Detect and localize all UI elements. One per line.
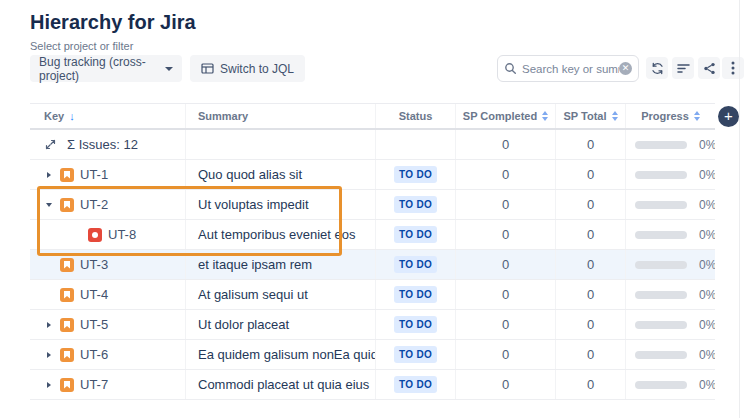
status-badge[interactable]: TO DO	[394, 286, 437, 303]
bug-icon	[88, 228, 102, 242]
issue-summary[interactable]: At galisum sequi ut	[185, 280, 375, 309]
jql-icon	[201, 62, 214, 75]
table-row[interactable]: UT-6 Ea quidem galisum nonEa quidem gali…	[30, 340, 715, 370]
sp-completed-value: 0	[455, 340, 555, 369]
sp-total-value: 0	[555, 220, 625, 249]
progress-value: 0%	[699, 138, 715, 152]
progress-bar	[635, 261, 687, 269]
switch-to-jql-button[interactable]: Switch to JQL	[190, 55, 305, 82]
table-row[interactable]: UT-1 Quo quod alias sit TO DO 0 0 0%	[30, 160, 715, 190]
progress-value: 0%	[699, 318, 715, 332]
table-body: UT-1 Quo quod alias sit TO DO 0 0 0% UT-…	[30, 160, 715, 400]
issue-summary[interactable]: et itaque ipsam rem	[185, 250, 375, 279]
column-header-summary[interactable]: Summary	[185, 104, 375, 128]
switch-to-jql-label: Switch to JQL	[220, 62, 294, 76]
issue-key[interactable]: UT-5	[80, 317, 108, 332]
issue-key[interactable]: UT-3	[80, 257, 108, 272]
task-type-icon	[60, 318, 74, 332]
issues-count-label: Σ Issues: 12	[67, 137, 138, 152]
column-header-sp-completed[interactable]: SP Completed	[455, 104, 555, 128]
task-type-icon	[60, 168, 74, 182]
project-filter-value: Bug tracking (cross-project)	[39, 55, 159, 83]
clear-search-icon[interactable]: ✕	[619, 62, 632, 75]
expand-all-icon[interactable]	[45, 139, 56, 150]
issue-summary[interactable]: Aut temporibus eveniet eos	[185, 220, 375, 249]
column-header-sp-total[interactable]: SP Total	[555, 104, 625, 128]
progress-value: 0%	[699, 168, 715, 182]
status-badge[interactable]: TO DO	[394, 196, 437, 213]
search-input[interactable]	[522, 63, 619, 75]
sort-desc-arrow-icon: ↓	[69, 110, 75, 122]
table-row[interactable]: UT-7 Commodi placeat ut quia eius TO DO …	[30, 370, 715, 400]
issue-summary[interactable]: Commodi placeat ut quia eius	[185, 370, 375, 399]
sp-total-value: 0	[555, 160, 625, 189]
sp-completed-value: 0	[455, 370, 555, 399]
sp-total-value: 0	[555, 280, 625, 309]
status-badge[interactable]: TO DO	[394, 226, 437, 243]
column-header-status[interactable]: Status	[375, 104, 455, 128]
progress-bar	[635, 351, 687, 359]
progress-bar	[635, 381, 687, 389]
sort-button[interactable]	[672, 57, 694, 79]
chevron-right-icon[interactable]	[44, 322, 54, 328]
sp-completed-value: 0	[455, 250, 555, 279]
column-header-key[interactable]: Key ↓	[30, 104, 185, 128]
issue-summary[interactable]: Ut dolor placeat	[185, 310, 375, 339]
status-badge[interactable]: TO DO	[394, 346, 437, 363]
sort-toggle-icon[interactable]	[612, 111, 618, 121]
sp-total-value: 0	[555, 310, 625, 339]
status-badge[interactable]: TO DO	[394, 376, 437, 393]
status-badge[interactable]: TO DO	[394, 316, 437, 333]
sp-total-value: 0	[555, 250, 625, 279]
progress-bar	[635, 231, 687, 239]
sp-total-value: 0	[555, 340, 625, 369]
sp-completed-value: 0	[455, 310, 555, 339]
refresh-icon	[651, 62, 664, 75]
issue-key[interactable]: UT-7	[80, 377, 108, 392]
vertical-dots-icon	[731, 61, 735, 75]
table-row[interactable]: UT-3 et itaque ipsam rem TO DO 0 0 0%	[30, 250, 715, 280]
issue-summary[interactable]: Ea quidem galisum nonEa quidem gali	[185, 340, 375, 369]
chevron-right-icon[interactable]	[44, 352, 54, 358]
issue-key[interactable]: UT-1	[80, 167, 108, 182]
issue-key[interactable]: UT-4	[80, 287, 108, 302]
issue-summary[interactable]: Quo quod alias sit	[185, 160, 375, 189]
table-row[interactable]: UT-5 Ut dolor placeat TO DO 0 0 0%	[30, 310, 715, 340]
more-menu-button[interactable]	[722, 57, 744, 79]
sp-completed-value: 0	[455, 160, 555, 189]
table-row[interactable]: UT-8 Aut temporibus eveniet eos TO DO 0 …	[30, 220, 715, 250]
sp-completed-value: 0	[455, 190, 555, 219]
refresh-button[interactable]	[646, 57, 668, 79]
issues-summary-row[interactable]: Σ Issues: 12 0 0 0%	[30, 130, 715, 160]
progress-value: 0%	[699, 288, 715, 302]
page-title: Hierarchy for Jira	[30, 11, 196, 34]
issue-key[interactable]: UT-6	[80, 347, 108, 362]
column-header-progress[interactable]: Progress	[625, 104, 715, 128]
progress-value: 0%	[699, 378, 715, 392]
sort-toggle-icon[interactable]	[694, 111, 700, 121]
status-badge[interactable]: TO DO	[394, 256, 437, 273]
add-issue-button[interactable]: +	[718, 106, 739, 127]
chevron-right-icon[interactable]	[44, 382, 54, 388]
chevron-down-icon[interactable]	[44, 203, 54, 207]
chevron-down-icon	[165, 67, 173, 71]
issue-key[interactable]: UT-8	[108, 227, 136, 242]
sort-lines-icon	[677, 62, 690, 74]
issue-summary[interactable]: Ut voluptas impedit	[185, 190, 375, 219]
issue-key[interactable]: UT-2	[80, 197, 108, 212]
chevron-right-icon[interactable]	[44, 172, 54, 178]
sort-toggle-icon[interactable]	[542, 111, 548, 121]
filter-label: Select project or filter	[30, 40, 133, 52]
task-type-icon	[60, 378, 74, 392]
sp-total-total: 0	[555, 130, 625, 159]
search-box[interactable]: ✕	[497, 55, 639, 82]
progress-bar	[635, 201, 687, 209]
progress-value: 0%	[699, 228, 715, 242]
table-row[interactable]: UT-2 Ut voluptas impedit TO DO 0 0 0%	[30, 190, 715, 220]
panel-right-border	[739, 0, 740, 418]
share-button[interactable]	[698, 57, 720, 79]
project-filter-dropdown[interactable]: Bug tracking (cross-project)	[30, 55, 182, 82]
status-badge[interactable]: TO DO	[394, 166, 437, 183]
table-row[interactable]: UT-4 At galisum sequi ut TO DO 0 0 0%	[30, 280, 715, 310]
sp-total-value: 0	[555, 190, 625, 219]
